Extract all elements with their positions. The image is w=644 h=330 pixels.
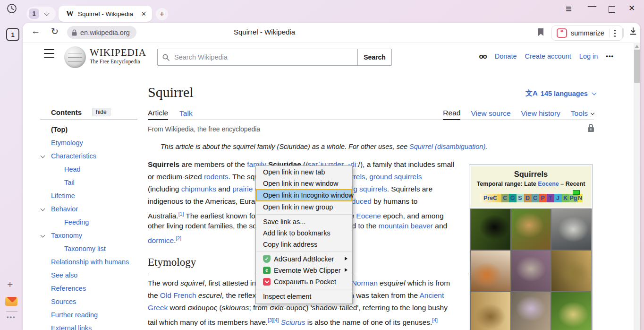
sidebar-item-references[interactable]: References <box>40 282 137 295</box>
ground-squirrel-rocks-photo[interactable] <box>511 251 551 291</box>
address-bar[interactable]: en.wikipedia.org <box>67 26 136 39</box>
context-menu-item-pocket[interactable]: Сохранить в Pocket <box>256 276 352 287</box>
maximize-button[interactable] <box>609 6 615 13</box>
tab-view-history[interactable]: View history <box>521 109 560 120</box>
tab-close-icon[interactable]: ✕ <box>141 10 146 17</box>
prairie-dogs-photo[interactable] <box>551 292 591 330</box>
more-options-icon[interactable]: ••• <box>606 52 614 60</box>
sidebar-item-top[interactable]: (Top) <box>40 123 137 136</box>
wiki-link[interactable]: mountain beaver <box>378 222 432 230</box>
timescale-segment-s[interactable]: S <box>517 194 524 202</box>
toc-hide-button[interactable]: hide <box>92 108 110 116</box>
sidebar-item-characteristics[interactable]: Characteristics <box>40 149 137 163</box>
standing-ground-squirrels-photo[interactable] <box>471 292 510 330</box>
browser-tab[interactable]: W Squirrel - Wikipedia ✕ <box>59 6 152 22</box>
timescale-segment-o[interactable]: O <box>509 194 517 202</box>
timescale-segment-[interactable]: Є <box>501 194 509 202</box>
summarize-more-icon[interactable] <box>614 30 616 37</box>
appearance-icon[interactable]: oo <box>479 52 486 60</box>
context-menu-item-open-link-in-new-tab[interactable]: Open link in new tab <box>256 166 352 178</box>
window-close-button[interactable]: ✕ <box>628 3 635 13</box>
sidebar-item-sources[interactable]: Sources <box>40 295 137 308</box>
wiki-link[interactable]: Squirrel (disambiguation) <box>409 143 485 150</box>
timescale-segment-j[interactable]: J <box>554 194 562 202</box>
tab-group-chip[interactable]: 1 <box>26 7 56 21</box>
context-menu-item-adguard-adblocker[interactable]: ✓AdGuard AdBlocker <box>256 253 352 265</box>
reference-link[interactable]: [4] <box>432 317 438 323</box>
sidebar-item-feeding[interactable]: Feeding <box>40 216 137 229</box>
sidebar-item-further-reading[interactable]: Further reading <box>40 308 137 321</box>
sidebar-tabs-counter[interactable]: 1 <box>6 28 19 41</box>
scrollbar-thumb[interactable] <box>634 50 640 83</box>
chevron-down-icon[interactable] <box>41 233 45 238</box>
reference-link[interactable]: [2] <box>176 235 181 241</box>
context-menu-item-open-link-in-new-group[interactable]: Open link in new group <box>256 201 352 213</box>
wiki-link[interactable]: Old French <box>160 291 196 299</box>
timescale-segment-pre[interactable]: PreЄ <box>480 194 501 202</box>
page-scrollbar[interactable] <box>634 43 640 330</box>
context-menu-item-copy-link-address[interactable]: Copy link address <box>256 239 352 250</box>
timescale-segment-c[interactable]: C <box>532 194 539 202</box>
tab-talk[interactable]: Talk <box>179 109 193 120</box>
context-menu-item-evernote-web-clipper[interactable]: eEvernote Web Clipper <box>256 265 352 276</box>
wiki-search-box[interactable] <box>157 49 358 66</box>
sidebar-item-lifetime[interactable]: Lifetime <box>40 189 137 202</box>
rail-more-icon[interactable]: ••• <box>7 313 16 321</box>
wiki-hamburger-icon[interactable] <box>44 49 54 58</box>
browser-menu-icon[interactable]: ≡ <box>566 3 572 15</box>
black-giant-squirrel-photo[interactable] <box>471 209 510 250</box>
sidebar-item-relationship-with-humans[interactable]: Relationship with humans <box>40 255 137 269</box>
reference-link[interactable]: [3][4] <box>268 317 279 323</box>
sidebar-item-behavior[interactable]: Behavior <box>40 202 137 216</box>
search-input[interactable] <box>173 53 358 61</box>
sidebar-item-tail[interactable]: Tail <box>40 176 137 189</box>
wiki-link[interactable]: chipmunks <box>181 185 216 193</box>
new-tab-button[interactable]: + <box>156 8 168 20</box>
marmots-photo[interactable] <box>511 292 551 330</box>
yandex-mail-icon[interactable] <box>5 297 17 306</box>
wiki-link[interactable]: Eocene <box>356 212 381 220</box>
bookmark-icon[interactable] <box>537 28 544 36</box>
wiki-link[interactable]: ground squirrels <box>369 173 422 181</box>
gray-squirrel-photo[interactable] <box>551 209 591 250</box>
back-button[interactable]: ← <box>31 26 40 36</box>
tab-group-count-badge[interactable]: 1 <box>29 9 39 19</box>
languages-button[interactable]: 文A 145 languages <box>525 89 596 98</box>
fox-squirrel-photo[interactable] <box>471 251 510 291</box>
search-button[interactable]: Search <box>357 49 392 66</box>
chipmunk-photo[interactable] <box>511 209 551 250</box>
reference-link[interactable]: [1] <box>178 211 184 217</box>
reload-button[interactable]: ↻ <box>51 26 59 37</box>
timescale-segment-n[interactable]: N <box>578 194 583 202</box>
summarize-button[interactable]: ❝ summarize <box>551 26 623 41</box>
minimize-button[interactable]: — <box>588 1 596 11</box>
timescale-segment-k[interactable]: K <box>562 194 569 202</box>
timescale-segment-pg[interactable]: Pg <box>569 194 578 202</box>
sidebar-item-taxonomy-list[interactable]: Taxonomy list <box>40 242 137 255</box>
chevron-down-icon[interactable] <box>41 207 45 211</box>
sidebar-item-taxonomy[interactable]: Taxonomy <box>40 229 137 242</box>
wiki-link[interactable]: rodents <box>204 173 229 181</box>
context-menu-item-add-link-to-bookmarks[interactable]: Add link to bookmarks <box>256 227 352 239</box>
sidebar-item-etymology[interactable]: Etymology <box>40 136 137 149</box>
context-menu-item-open-link-in-new-window[interactable]: Open link in new window <box>256 178 352 189</box>
tab-read[interactable]: Read <box>443 109 460 120</box>
timescale-segment-d[interactable]: D <box>524 194 532 202</box>
chevron-down-icon[interactable] <box>41 154 45 158</box>
wikipedia-globe-logo[interactable] <box>64 46 86 68</box>
context-menu-item-inspect-element[interactable]: Inspect element <box>256 291 352 302</box>
sidebar-item-head[interactable]: Head <box>40 163 137 176</box>
tab-view-source[interactable]: View source <box>471 109 510 120</box>
tab-tools[interactable]: Tools <box>571 109 594 120</box>
wiki-link[interactable]: Greek <box>148 304 168 312</box>
uinta-ground-squirrel-photo[interactable] <box>551 251 591 291</box>
context-menu-item-save-link-as[interactable]: Save link as... <box>256 216 352 227</box>
header-link-donate[interactable]: Donate <box>495 52 517 60</box>
header-link-create-account[interactable]: Create account <box>525 52 571 60</box>
wiki-link[interactable]: dormice <box>148 236 174 244</box>
page-protection-lock-icon[interactable] <box>587 123 594 132</box>
wikipedia-wordmark[interactable]: WIKIPEDIA <box>90 47 146 59</box>
wiki-link[interactable]: Ancient <box>420 291 444 299</box>
tab-article[interactable]: Article <box>148 109 168 120</box>
sidebar-item-external-links[interactable]: External links <box>40 321 137 330</box>
